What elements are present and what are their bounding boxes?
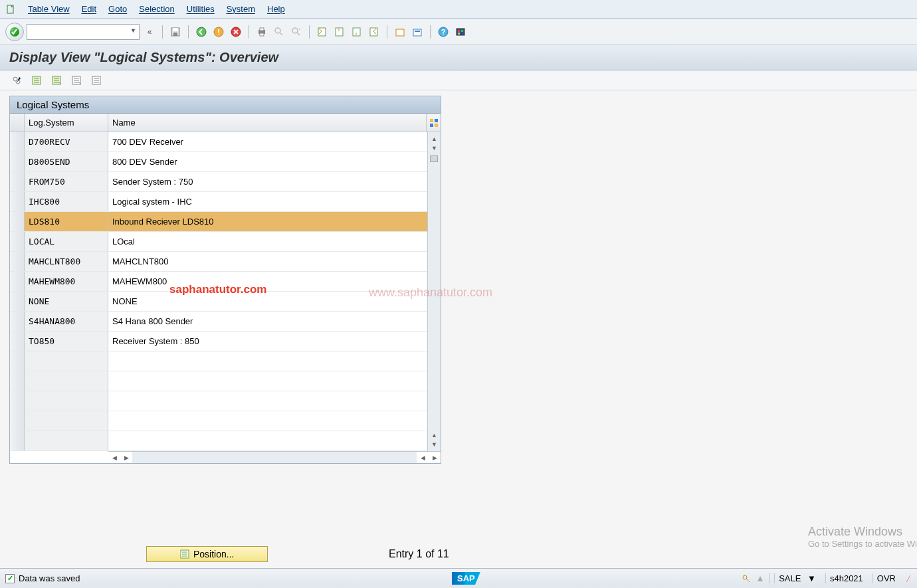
config-icon[interactable] [89,73,104,88]
cell-name[interactable]: MAHCLNT800 [108,252,427,271]
back-icon[interactable] [194,25,209,39]
position-button[interactable]: Position... [146,546,268,562]
scroll-left-icon[interactable]: ◀ [417,452,429,463]
first-page-icon[interactable] [315,25,330,39]
cell-name[interactable]: LOcal [108,232,427,251]
row-selector[interactable] [10,192,25,211]
menu-table-view[interactable]: Table View [28,4,70,14]
entry-counter: Entry 1 of 11 [389,548,449,560]
status-tcode[interactable]: SALE ▼ [769,573,820,583]
row-selector[interactable] [10,332,25,351]
cell-name[interactable]: Sender System : 750 [108,172,427,191]
cell-name[interactable]: 800 DEV Sender [108,152,427,171]
menu-bar: Table View Edit Goto Selection Utilities… [0,0,917,19]
select-all-icon[interactable] [29,73,44,88]
scroll-left-icon[interactable]: ◀ [108,452,120,463]
row-selector-header[interactable] [10,114,25,132]
row-selector[interactable] [10,232,25,251]
cell-log-system[interactable]: MAHEWM800 [25,272,108,291]
table-row[interactable]: S4HANA800S4 Hana 800 Sender [10,312,427,332]
cell-log-system[interactable]: NONE [25,292,108,311]
row-selector[interactable] [10,312,25,331]
cell-name[interactable]: S4 Hana 800 Sender [108,312,427,331]
table-config-icon[interactable] [426,114,441,132]
layout-icon[interactable] [453,25,468,39]
scroll-down-icon[interactable]: ▼ [430,144,439,153]
enter-button[interactable] [5,23,24,41]
column-name[interactable]: Name [108,114,426,132]
table-row[interactable]: LOCALLOcal [10,232,427,252]
scroll-up-icon[interactable]: ▲ [430,134,439,144]
cell-log-system[interactable]: D800SEND [25,152,108,171]
command-field[interactable] [27,24,140,40]
change-display-icon[interactable] [9,73,24,88]
row-selector[interactable] [10,252,25,271]
menu-system[interactable]: System [227,4,255,14]
prev-page-icon[interactable] [332,25,347,39]
exit-icon[interactable] [211,25,226,39]
table-row[interactable]: D700RECV700 DEV Receiver [10,132,427,152]
row-selector[interactable] [10,272,25,291]
row-selector[interactable] [10,212,25,231]
cell-log-system[interactable]: D700RECV [25,132,108,151]
row-selector[interactable] [10,132,25,151]
column-log-system[interactable]: Log.System [25,114,108,132]
print-icon[interactable] [255,25,269,39]
watermark: www.saphanatutor.com [369,286,492,300]
scroll-right-icon[interactable]: ▶ [429,452,441,463]
cell-name[interactable]: Inbound Reciever LDS810 [108,212,427,231]
table-row[interactable]: FROM750Sender System : 750 [10,172,427,192]
table-row[interactable]: LDS810Inbound Reciever LDS810 [10,212,427,232]
svg-point-4 [197,27,206,37]
table-row[interactable]: MAHCLNT800MAHCLNT800 [10,252,427,272]
cell-name[interactable]: Receiver System : 850 [108,332,427,351]
last-page-icon[interactable] [367,25,381,39]
document-icon [5,4,16,15]
cell-name[interactable]: Logical system - IHC [108,192,427,211]
menu-edit[interactable]: Edit [82,4,96,14]
row-selector[interactable] [10,371,25,391]
cell-log-system[interactable]: TO850 [25,332,108,351]
cell-log-system[interactable]: IHC800 [25,192,108,211]
row-selector[interactable] [10,431,25,450]
find-icon[interactable] [272,25,286,39]
menu-utilities[interactable]: Utilities [187,4,215,14]
row-selector[interactable] [10,411,25,431]
row-selector[interactable] [10,292,25,311]
scroll-right-icon[interactable]: ▶ [120,452,132,463]
cell-log-system[interactable]: LOCAL [25,232,108,251]
menu-help[interactable]: Help [267,4,285,14]
row-selector[interactable] [10,172,25,191]
cell-name[interactable]: 700 DEV Receiver [108,132,427,151]
deselect-all-icon[interactable] [69,73,84,88]
row-selector[interactable] [10,351,25,371]
cell-log-system[interactable]: MAHCLNT800 [25,252,108,271]
help-icon[interactable]: ? [436,25,451,39]
menu-goto[interactable]: Goto [108,4,127,14]
select-block-icon[interactable] [49,73,64,88]
row-selector[interactable] [10,152,25,171]
save-icon[interactable] [168,25,183,39]
table-row[interactable]: D800SEND800 DEV Sender [10,152,427,172]
cell-log-system[interactable]: LDS810 [25,212,108,231]
page-title: Display View "Logical Systems": Overview [0,45,917,70]
cell-log-system[interactable]: FROM750 [25,172,108,191]
next-page-icon[interactable] [350,25,364,39]
scroll-down-icon[interactable]: ▼ [430,440,439,449]
scroll-up-icon[interactable]: ▲ [430,431,439,440]
cancel-icon[interactable] [229,25,243,39]
row-selector[interactable] [10,391,25,411]
cell-log-system[interactable]: S4HANA800 [25,312,108,331]
table-row[interactable]: IHC800Logical system - IHC [10,192,427,212]
menu-selection[interactable]: Selection [139,4,174,14]
horizontal-scrollbar[interactable]: ◀ ▶ ◀ ▶ [108,451,441,463]
cell-name [108,411,427,431]
new-session-icon[interactable] [393,25,407,39]
find-next-icon[interactable] [289,25,304,39]
shortcut-icon[interactable] [410,25,425,39]
svg-rect-17 [413,29,421,36]
triangle-icon[interactable] [756,575,764,583]
table-row[interactable]: TO850Receiver System : 850 [10,332,427,351]
scroll-grip[interactable] [430,155,438,162]
collapse-icon[interactable]: « [142,25,157,39]
